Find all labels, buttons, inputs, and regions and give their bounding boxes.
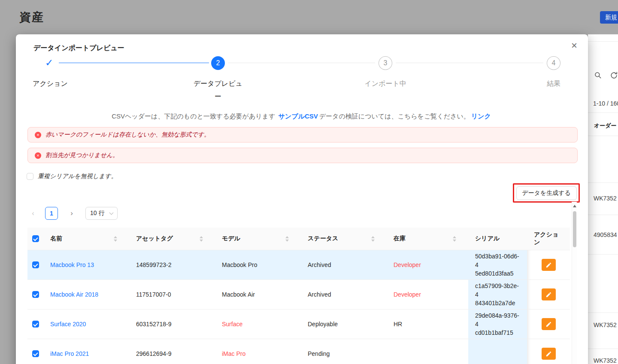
error-icon: [35, 152, 41, 159]
divider: [588, 182, 618, 183]
close-icon[interactable]: ×: [571, 40, 577, 51]
annotation-highlight: データを生成する: [513, 183, 580, 203]
serial-line: 50d3ba91-06d6-4: [475, 252, 520, 269]
divider: [588, 349, 618, 349]
step-2-label: データプレビュー: [192, 77, 244, 103]
row-select-cell: [27, 280, 43, 309]
column-header-serial: シリアル: [468, 228, 527, 250]
prev-page-icon[interactable]: ‹: [26, 209, 40, 218]
row-checkbox[interactable]: [32, 321, 39, 328]
model-cell: Macbook Air: [215, 280, 301, 309]
refresh-icon[interactable]: [610, 71, 618, 81]
edit-icon: [545, 291, 552, 298]
table-header: 名前 アセットタグ モデル ステータス 在庫 シリアル アクション: [27, 228, 570, 250]
asset-name-link[interactable]: Macbook Pro 13: [50, 261, 94, 268]
page-size-select[interactable]: 10 行: [85, 207, 118, 220]
name-cell: Macbook Air 2018: [43, 280, 129, 309]
column-header-name[interactable]: 名前: [43, 228, 129, 250]
order-value: WK7352: [594, 195, 617, 202]
status-cell: Pending: [301, 339, 387, 364]
next-page-icon[interactable]: ›: [65, 209, 79, 218]
scroll-up-icon[interactable]: [573, 205, 576, 207]
table-row[interactable]: iMac Pro 2021 296612694-9 iMac Pro Pendi…: [27, 339, 570, 364]
table-scrollbar[interactable]: [572, 202, 577, 364]
sort-icon[interactable]: [285, 236, 289, 242]
sort-icon[interactable]: [114, 236, 117, 242]
step-4-circle: 4: [547, 56, 560, 70]
column-header-asset-tag[interactable]: アセットタグ: [129, 228, 215, 250]
help-link[interactable]: リンク: [471, 112, 491, 120]
asset-tag-cell: 296612694-9: [129, 339, 215, 364]
row-checkbox[interactable]: [32, 291, 39, 298]
sort-icon[interactable]: [453, 236, 456, 242]
preview-table: 名前 アセットタグ モデル ステータス 在庫 シリアル アクション Macboo…: [27, 228, 570, 364]
pagination-total: 1-10 / 160: [593, 100, 618, 107]
edit-icon: [545, 321, 552, 328]
column-header-status[interactable]: ステータス: [301, 228, 387, 250]
search-icon[interactable]: [594, 71, 602, 80]
select-all-cell: [27, 228, 43, 250]
serial-line: 5ed801d3faa5: [475, 269, 514, 278]
edit-button[interactable]: [542, 318, 556, 330]
step-connector: [59, 63, 209, 63]
step-4-label: 結果: [519, 77, 588, 90]
row-checkbox[interactable]: [32, 350, 39, 357]
background-table-strip: 1-10 / 160 オーダー WK7352 4905834 WK7352 WK…: [588, 34, 618, 364]
asset-tag-cell: 603152718-9: [129, 309, 215, 339]
column-label: ステータス: [308, 235, 338, 243]
table-row[interactable]: Macbook Pro 13 148599723-2 Macbook Pro A…: [27, 250, 570, 280]
status-cell: Archived: [301, 250, 387, 279]
divider: [588, 215, 618, 215]
asset-tag-cell: 148599723-2: [129, 250, 215, 279]
serial-cell: [468, 339, 527, 364]
alert-text: 赤いマークのフィールドは存在しないか、無効な形式です。: [45, 131, 210, 139]
name-cell: iMac Pro 2021: [43, 339, 129, 364]
edit-button[interactable]: [542, 348, 556, 360]
row-select-cell: [27, 309, 43, 339]
stock-cell: HR: [387, 309, 468, 339]
asset-tag-cell: 117517007-0: [129, 280, 215, 309]
edit-icon: [545, 351, 552, 357]
edit-button[interactable]: [542, 288, 556, 300]
step-connector: [228, 63, 375, 63]
sample-csv-link[interactable]: サンプルCSV: [279, 112, 318, 120]
ignore-duplicates-checkbox[interactable]: [27, 173, 33, 180]
select-all-checkbox[interactable]: [32, 235, 39, 242]
new-button[interactable]: 新規: [600, 11, 618, 24]
serial-cell: 50d3ba91-06d6-45ed801d3faa5: [468, 250, 527, 279]
modal-title: データインポートプレビュー: [33, 44, 124, 53]
edit-button[interactable]: [542, 259, 556, 271]
stock-cell: Developer: [387, 280, 468, 309]
action-cell: [527, 309, 570, 339]
action-cell: [527, 339, 570, 364]
column-label: アセットタグ: [136, 235, 173, 243]
divider: [588, 112, 618, 113]
error-icon: [35, 132, 41, 138]
divider: [588, 136, 618, 136]
asset-name-link[interactable]: iMac Pro 2021: [50, 350, 89, 357]
sort-icon[interactable]: [371, 236, 375, 242]
step-3-circle: 3: [379, 56, 392, 70]
asset-name-link[interactable]: Surface 2020: [50, 321, 86, 328]
sort-icon[interactable]: [200, 236, 203, 242]
serial-cell: c1a57909-3b2e-4843401b2a7de: [468, 280, 527, 309]
scrollbar-thumb[interactable]: [573, 211, 576, 247]
generate-data-button[interactable]: データを生成する: [516, 186, 577, 200]
row-checkbox[interactable]: [32, 261, 39, 268]
table-row[interactable]: Surface 2020 603152718-9 Surface Deploya…: [27, 309, 570, 339]
page-number-button[interactable]: 1: [45, 207, 58, 220]
divider: [588, 254, 618, 255]
action-cell: [527, 250, 570, 279]
model-cell: iMac Pro: [215, 339, 301, 364]
step-connector: [396, 63, 543, 63]
column-header-stock[interactable]: 在庫: [387, 228, 468, 250]
asset-name-link[interactable]: Macbook Air 2018: [50, 291, 98, 298]
divider: [588, 41, 618, 42]
row-select-cell: [27, 250, 43, 279]
column-header-model[interactable]: モデル: [215, 228, 301, 250]
check-icon: ✓: [45, 57, 53, 69]
step-2-circle: 2: [211, 56, 225, 70]
import-preview-modal: データインポートプレビュー × ✓ 2 3 4 アクション データプレビュー イ…: [16, 34, 588, 364]
serial-line: 843401b2a7de: [475, 299, 515, 307]
table-row[interactable]: Macbook Air 2018 117517007-0 Macbook Air…: [27, 280, 570, 309]
